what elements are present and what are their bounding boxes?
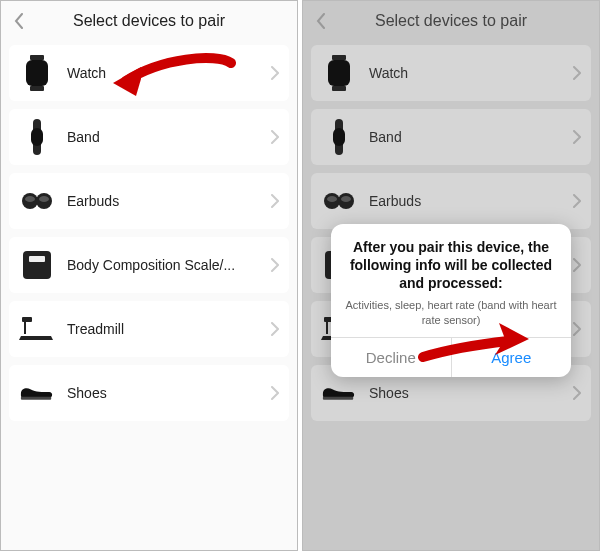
svg-rect-4 — [31, 128, 43, 146]
band-icon — [19, 119, 55, 155]
svg-rect-9 — [23, 251, 51, 279]
device-row-band[interactable]: Band — [9, 109, 289, 165]
device-label: Watch — [67, 65, 271, 81]
svg-rect-2 — [26, 60, 48, 86]
device-label: Shoes — [369, 385, 573, 401]
popup-message: Activities, sleep, heart rate (band with… — [345, 298, 557, 327]
device-list: Watch Band Earbuds — [1, 41, 297, 433]
device-row-watch[interactable]: Watch — [9, 45, 289, 101]
chevron-right-icon — [271, 322, 279, 336]
chevron-right-icon — [271, 130, 279, 144]
watch-icon — [321, 55, 357, 91]
chevron-right-icon — [573, 194, 581, 208]
device-row-treadmill[interactable]: Treadmill — [9, 301, 289, 357]
chevron-right-icon — [271, 194, 279, 208]
watch-icon — [19, 55, 55, 91]
svg-rect-25 — [323, 397, 353, 400]
chevron-right-icon — [271, 258, 279, 272]
device-row-scale[interactable]: Body Composition Scale/... — [9, 237, 289, 293]
device-label: Band — [67, 129, 271, 145]
svg-point-7 — [25, 196, 35, 202]
device-label: Treadmill — [67, 321, 271, 337]
chevron-right-icon — [271, 386, 279, 400]
decline-button[interactable]: Decline — [331, 338, 451, 377]
device-label: Earbuds — [369, 193, 573, 209]
band-icon — [321, 119, 357, 155]
popup-body: After you pair this device, the followin… — [331, 224, 571, 337]
left-panel: Select devices to pair Watch Band — [0, 0, 298, 551]
earbuds-icon — [321, 183, 357, 219]
popup-title: After you pair this device, the followin… — [345, 238, 557, 293]
device-row-band[interactable]: Band — [311, 109, 591, 165]
device-label: Watch — [369, 65, 573, 81]
device-row-watch[interactable]: Watch — [311, 45, 591, 101]
svg-point-21 — [341, 196, 351, 202]
svg-rect-11 — [22, 317, 32, 322]
header: Select devices to pair — [303, 1, 599, 41]
device-row-shoes[interactable]: Shoes — [9, 365, 289, 421]
device-label: Body Composition Scale/... — [67, 257, 271, 273]
chevron-right-icon — [573, 322, 581, 336]
chevron-right-icon — [573, 66, 581, 80]
svg-point-20 — [327, 196, 337, 202]
chevron-right-icon — [271, 66, 279, 80]
device-row-earbuds[interactable]: Earbuds — [9, 173, 289, 229]
device-row-earbuds[interactable]: Earbuds — [311, 173, 591, 229]
scale-icon — [19, 247, 55, 283]
svg-rect-13 — [332, 55, 346, 60]
page-title: Select devices to pair — [311, 12, 591, 30]
device-label: Earbuds — [67, 193, 271, 209]
svg-rect-15 — [328, 60, 350, 86]
shoes-icon — [19, 375, 55, 411]
chevron-right-icon — [573, 258, 581, 272]
header: Select devices to pair — [1, 1, 297, 41]
agree-button[interactable]: Agree — [451, 338, 572, 377]
svg-rect-14 — [332, 86, 346, 91]
svg-rect-10 — [29, 256, 45, 262]
svg-rect-12 — [21, 397, 51, 400]
svg-rect-0 — [30, 55, 44, 60]
chevron-right-icon — [573, 386, 581, 400]
popup-buttons: Decline Agree — [331, 337, 571, 377]
svg-point-8 — [39, 196, 49, 202]
consent-popup: After you pair this device, the followin… — [331, 224, 571, 377]
right-panel: Select devices to pair Watch Band E — [302, 0, 600, 551]
device-label: Band — [369, 129, 573, 145]
earbuds-icon — [19, 183, 55, 219]
device-label: Shoes — [67, 385, 271, 401]
shoes-icon — [321, 375, 357, 411]
page-title: Select devices to pair — [9, 12, 289, 30]
svg-rect-17 — [333, 128, 345, 146]
chevron-right-icon — [573, 130, 581, 144]
svg-rect-1 — [30, 86, 44, 91]
treadmill-icon — [19, 311, 55, 347]
